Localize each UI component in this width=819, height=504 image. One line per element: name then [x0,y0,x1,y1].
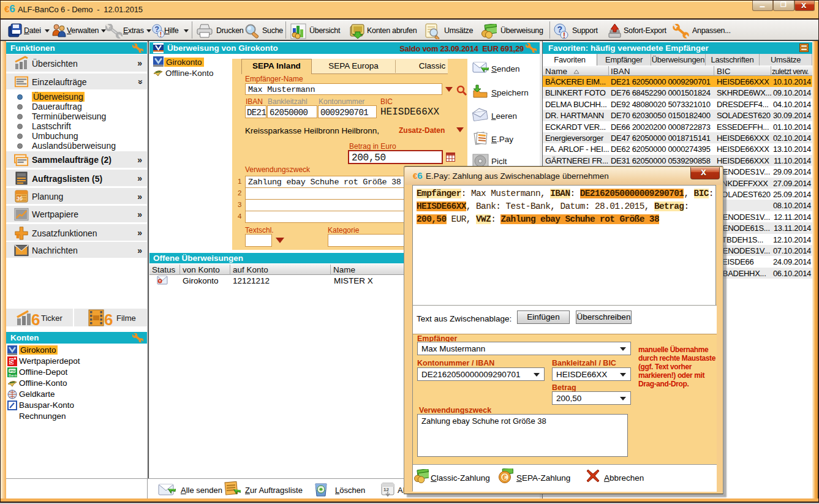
svg-text:12: 12 [383,487,389,492]
svg-text:!: ! [160,31,162,38]
svg-text:6: 6 [104,310,113,326]
svg-text:6: 6 [31,310,40,326]
svg-text:!: ! [563,31,565,39]
svg-text:S: S [9,358,13,365]
svg-text:PSD: PSD [10,369,18,373]
svg-text:€: € [502,473,507,482]
svg-text:Bank: Bank [9,374,17,377]
